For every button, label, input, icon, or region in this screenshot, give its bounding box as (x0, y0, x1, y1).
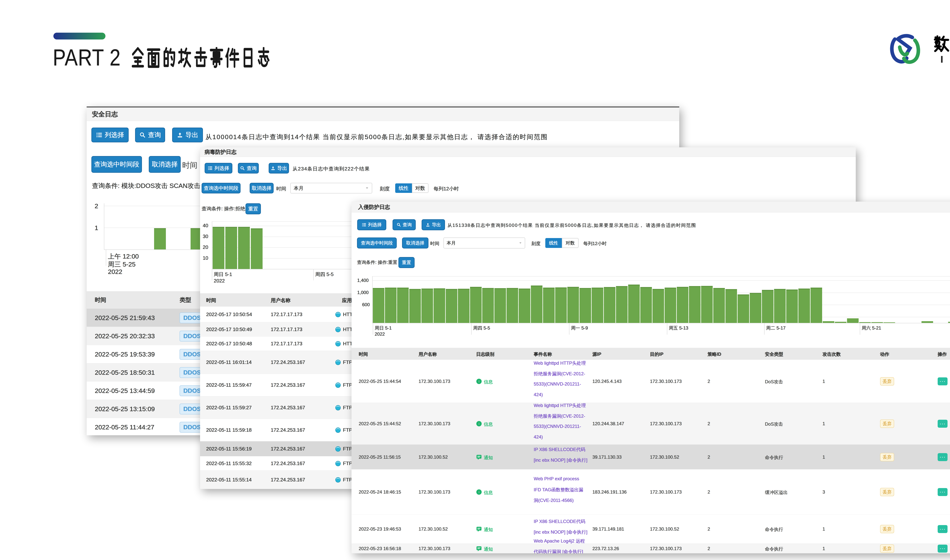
svg-text:i: i (479, 422, 480, 426)
svg-text:i: i (479, 380, 480, 383)
svg-text:i: i (479, 490, 480, 494)
